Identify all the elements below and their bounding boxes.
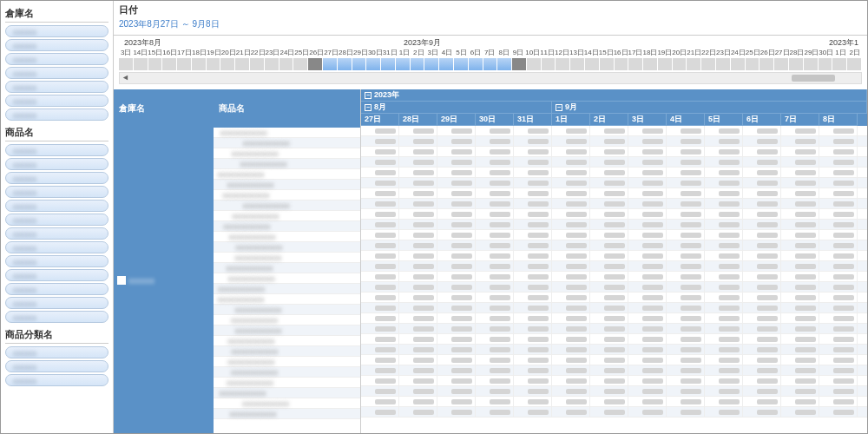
warehouse-checkbox[interactable] <box>117 276 126 285</box>
data-cell[interactable] <box>667 303 705 312</box>
data-cell[interactable] <box>361 240 399 250</box>
data-cell[interactable] <box>667 220 705 229</box>
data-cell[interactable] <box>437 303 476 312</box>
data-cell[interactable] <box>667 324 705 333</box>
product-filter-pill[interactable]: xxxxxx <box>5 144 108 156</box>
data-cell[interactable] <box>552 230 590 240</box>
warehouse-filter-pill[interactable]: xxxxxx <box>5 53 108 65</box>
timeline-cell[interactable] <box>731 58 746 70</box>
data-cell[interactable] <box>667 136 705 146</box>
data-cell[interactable] <box>361 220 399 229</box>
data-cell[interactable] <box>514 386 552 396</box>
data-cell[interactable] <box>781 386 819 396</box>
data-cell[interactable] <box>743 199 781 208</box>
data-cell[interactable] <box>476 261 514 271</box>
data-cell[interactable] <box>628 240 667 250</box>
data-cell[interactable] <box>399 220 437 229</box>
timeline-cell[interactable] <box>265 58 279 70</box>
timeline-cell[interactable] <box>148 58 163 70</box>
data-cell[interactable] <box>399 168 437 177</box>
data-cell[interactable] <box>437 376 476 385</box>
data-cell[interactable] <box>514 303 552 312</box>
timeline-cell[interactable] <box>424 58 439 70</box>
data-cell[interactable] <box>781 188 819 198</box>
data-cell[interactable] <box>781 345 819 354</box>
data-cell[interactable] <box>819 209 858 219</box>
data-cell[interactable] <box>705 324 743 333</box>
data-cell[interactable] <box>628 261 667 271</box>
data-cell[interactable] <box>628 188 667 198</box>
data-cell[interactable] <box>399 230 437 240</box>
data-cell[interactable] <box>705 272 743 281</box>
data-cell[interactable] <box>437 334 476 344</box>
timeline-cell[interactable] <box>628 58 643 70</box>
data-cell[interactable] <box>819 397 858 406</box>
data-cell[interactable] <box>628 126 667 135</box>
data-cell[interactable] <box>476 313 514 323</box>
data-cell[interactable] <box>667 386 705 396</box>
data-cell[interactable] <box>552 386 590 396</box>
data-cell[interactable] <box>476 168 514 177</box>
data-cell[interactable] <box>476 230 514 240</box>
data-cell[interactable] <box>628 407 667 417</box>
data-cell[interactable] <box>705 209 743 219</box>
data-cell[interactable] <box>399 157 437 167</box>
date-range[interactable]: 2023年8月27日 ～ 9月8日 <box>119 16 862 32</box>
data-cell[interactable] <box>437 168 476 177</box>
data-cell[interactable] <box>743 313 781 323</box>
data-cell[interactable] <box>628 136 667 146</box>
warehouse-filter-pill[interactable]: xxxxxx <box>5 81 108 93</box>
timeline-cell[interactable] <box>119 58 134 70</box>
data-cell[interactable] <box>361 168 399 177</box>
data-cell[interactable] <box>437 188 476 198</box>
data-cell[interactable] <box>743 334 781 344</box>
timeline-cell[interactable] <box>847 58 862 70</box>
product-filter-pill[interactable]: xxxxxx <box>5 241 108 253</box>
data-cell[interactable] <box>399 188 437 198</box>
data-cell[interactable] <box>399 136 437 146</box>
data-cell[interactable] <box>590 324 628 333</box>
data-cell[interactable] <box>552 157 590 167</box>
data-cell[interactable] <box>781 303 819 312</box>
data-cell[interactable] <box>361 147 399 156</box>
data-cell[interactable] <box>476 376 514 385</box>
data-cell[interactable] <box>628 251 667 260</box>
product-row[interactable]: xxxxxxxxxxxx <box>214 409 360 419</box>
timeline-cell[interactable] <box>396 58 411 70</box>
grid-day-header[interactable]: 8日 <box>819 114 858 126</box>
data-cell[interactable] <box>705 365 743 375</box>
data-cell[interactable] <box>514 261 552 271</box>
data-cell[interactable] <box>705 126 743 135</box>
timeline-cell[interactable] <box>658 58 673 70</box>
data-cell[interactable] <box>437 355 476 365</box>
timeline-cell[interactable] <box>804 58 819 70</box>
timeline-cell[interactable] <box>789 58 804 70</box>
timeline-scrollbar[interactable]: ◄ <box>119 72 862 84</box>
data-cell[interactable] <box>552 313 590 323</box>
data-cell[interactable] <box>361 157 399 167</box>
data-cell[interactable] <box>399 345 437 354</box>
data-cell[interactable] <box>819 313 858 323</box>
data-cell[interactable] <box>552 188 590 198</box>
data-cell[interactable] <box>476 136 514 146</box>
product-filter-pill[interactable]: xxxxxx <box>5 255 108 267</box>
product-row[interactable]: xxxxxxxxxxxx <box>214 242 360 253</box>
data-cell[interactable] <box>361 230 399 240</box>
grid-day-header[interactable]: 30日 <box>476 114 514 126</box>
data-cell[interactable] <box>667 293 705 302</box>
timeline-cell[interactable] <box>643 58 658 70</box>
timeline-cell[interactable] <box>774 58 789 70</box>
data-cell[interactable] <box>590 147 628 156</box>
data-cell[interactable] <box>743 261 781 271</box>
data-cell[interactable] <box>590 209 628 219</box>
data-cell[interactable] <box>552 293 590 302</box>
timeline-cell[interactable] <box>235 58 250 70</box>
timeline-cell[interactable] <box>366 58 381 70</box>
data-cell[interactable] <box>819 407 858 417</box>
data-cell[interactable] <box>781 126 819 135</box>
data-cell[interactable] <box>552 251 590 260</box>
product-row[interactable]: xxxxxxxxxxxx <box>214 138 360 148</box>
data-cell[interactable] <box>743 230 781 240</box>
data-cell[interactable] <box>705 376 743 385</box>
data-cell[interactable] <box>743 397 781 406</box>
